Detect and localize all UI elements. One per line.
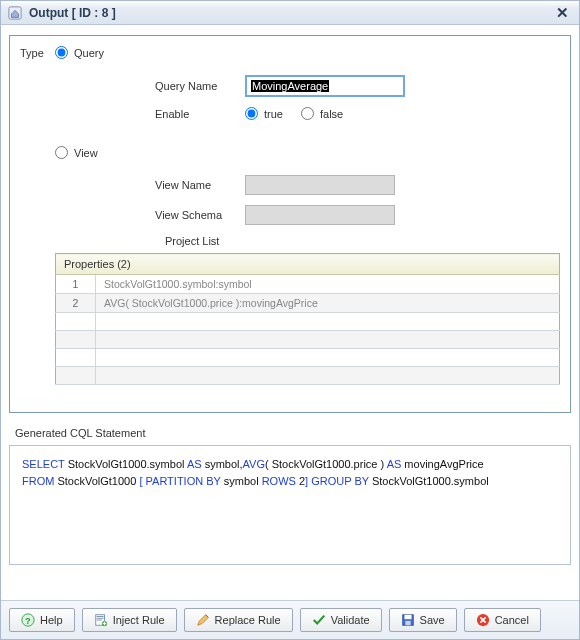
view-schema-input — [245, 205, 395, 225]
help-button[interactable]: ? Help — [9, 608, 75, 632]
inject-rule-button[interactable]: Inject Rule — [82, 608, 177, 632]
view-name-input — [245, 175, 395, 195]
table-row — [56, 313, 560, 331]
replace-rule-button[interactable]: Replace Rule — [184, 608, 293, 632]
content-area: Type Query Query Name MovingAverage — [1, 25, 579, 600]
output-dialog: Output [ ID : 8 ] ✕ Type Query Query Nam… — [0, 0, 580, 640]
type-radio-group: Query Query Name MovingAverage Enable — [55, 46, 560, 385]
cancel-icon — [476, 613, 490, 627]
svg-rect-7 — [405, 621, 410, 625]
type-radio-query-label: Query — [74, 47, 104, 59]
window-title: Output [ ID : 8 ] — [29, 6, 552, 20]
type-radio-view[interactable] — [55, 146, 68, 159]
pencil-icon — [196, 613, 210, 627]
generated-cql-text[interactable]: SELECT StockVolGt1000.symbol AS symbol,A… — [9, 445, 571, 565]
generated-cql-label: Generated CQL Statement — [15, 427, 571, 439]
enable-label: Enable — [155, 108, 245, 120]
svg-text:?: ? — [25, 616, 30, 626]
titlebar: Output [ ID : 8 ] ✕ — [1, 1, 579, 25]
enable-true-label: true — [264, 108, 283, 120]
button-bar: ? Help Inject Rule Replace Rule Validate… — [1, 600, 579, 639]
properties-table: Properties (2) 1 StockVolGt1000.symbol:s… — [55, 253, 560, 385]
check-icon — [312, 613, 326, 627]
enable-radio-true[interactable] — [245, 107, 258, 120]
table-row — [56, 331, 560, 349]
enable-false-label: false — [320, 108, 343, 120]
type-label: Type — [20, 46, 55, 59]
help-icon: ? — [21, 613, 35, 627]
query-name-selection: MovingAverage — [251, 80, 329, 92]
close-icon[interactable]: ✕ — [552, 4, 573, 22]
save-button[interactable]: Save — [389, 608, 457, 632]
table-row[interactable]: 2 AVG( StockVolGt1000.price ):movingAvgP… — [56, 294, 560, 313]
query-name-label: Query Name — [155, 80, 245, 92]
project-list-label: Project List — [165, 235, 560, 247]
view-subform: View Name View Schema Project List — [155, 175, 560, 253]
properties-header: Properties (2) — [56, 254, 560, 275]
floppy-icon — [401, 613, 415, 627]
view-schema-label: View Schema — [155, 209, 245, 221]
table-row — [56, 349, 560, 367]
type-panel: Type Query Query Name MovingAverage — [9, 35, 571, 413]
type-radio-query[interactable] — [55, 46, 68, 59]
type-radio-view-label: View — [74, 147, 98, 159]
cancel-button[interactable]: Cancel — [464, 608, 541, 632]
view-name-label: View Name — [155, 179, 245, 191]
home-icon[interactable] — [7, 5, 23, 21]
query-subform: Query Name MovingAverage Enable true — [155, 75, 560, 130]
validate-button[interactable]: Validate — [300, 608, 382, 632]
svg-rect-6 — [404, 615, 411, 619]
inject-icon — [94, 613, 108, 627]
table-row — [56, 367, 560, 385]
table-row[interactable]: 1 StockVolGt1000.symbol:symbol — [56, 275, 560, 294]
query-name-input[interactable]: MovingAverage — [245, 75, 405, 97]
enable-radio-false[interactable] — [301, 107, 314, 120]
